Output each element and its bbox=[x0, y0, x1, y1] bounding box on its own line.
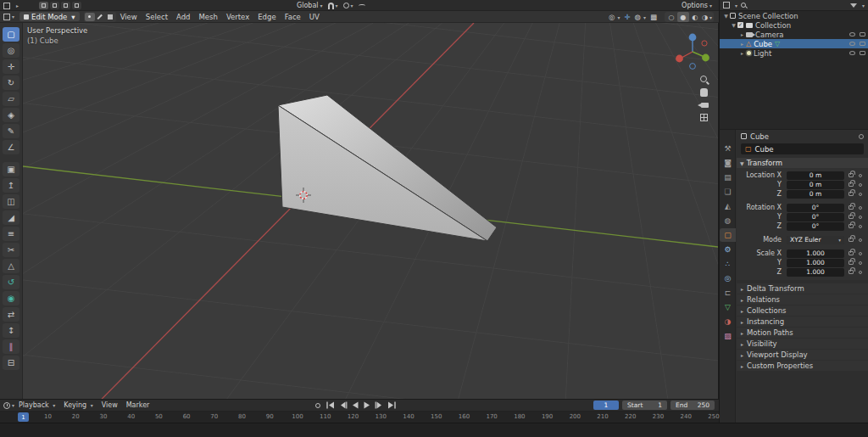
menu-view[interactable]: View bbox=[116, 13, 142, 21]
animate-dot-icon[interactable] bbox=[859, 206, 862, 210]
editor-type-icon[interactable] bbox=[3, 14, 10, 20]
animate-dot-icon[interactable] bbox=[859, 216, 862, 219]
auto-key-button[interactable] bbox=[315, 403, 320, 408]
hide-viewport-icon[interactable] bbox=[849, 42, 855, 46]
tool-extrude-region[interactable]: ↥ bbox=[3, 178, 19, 193]
section-visibility[interactable]: ▸Visibility bbox=[737, 339, 868, 349]
section-motion-paths[interactable]: ▸Motion Paths bbox=[737, 328, 868, 338]
tab-view-layer[interactable]: ❏ bbox=[720, 185, 736, 199]
disable-render-icon[interactable] bbox=[860, 51, 865, 55]
animate-dot-icon[interactable] bbox=[859, 271, 862, 274]
lock-icon[interactable] bbox=[849, 224, 854, 228]
select-mode-set-button[interactable] bbox=[39, 2, 48, 9]
section-custom-properties[interactable]: ▸Custom Properties bbox=[737, 361, 868, 371]
tab-output[interactable]: ▤ bbox=[720, 171, 736, 184]
tab-tool[interactable]: ⚒ bbox=[720, 142, 736, 155]
tool-annotate[interactable]: ✎ bbox=[3, 124, 19, 138]
zoom-icon[interactable] bbox=[700, 76, 707, 82]
tab-material[interactable]: ◑ bbox=[720, 315, 736, 328]
tool-transform[interactable]: ◈ bbox=[3, 108, 19, 122]
tab-render[interactable]: ◙ bbox=[720, 156, 736, 170]
tab-object-data[interactable]: ▽ bbox=[720, 300, 736, 314]
select-mode-subtract-button[interactable] bbox=[61, 2, 70, 9]
shading-material-button[interactable]: ◐ bbox=[689, 12, 701, 22]
pan-hand-icon[interactable] bbox=[700, 88, 708, 97]
tab-world[interactable]: ◍ bbox=[720, 214, 736, 227]
outliner-row-collection[interactable]: ▼ Collection bbox=[720, 20, 868, 30]
select-mode-extend-button[interactable] bbox=[50, 2, 59, 9]
section-viewport-display[interactable]: ▸Viewport Display bbox=[737, 350, 868, 360]
disclosure-triangle-icon[interactable]: ▸ bbox=[738, 41, 746, 47]
value-field[interactable]: 0 m bbox=[787, 181, 844, 189]
value-field[interactable]: 1.000 bbox=[787, 249, 844, 258]
tab-modifiers[interactable]: ⚙ bbox=[720, 243, 736, 256]
collection-checkbox[interactable] bbox=[737, 22, 743, 28]
disclosure-triangle-icon[interactable]: ▸ bbox=[738, 31, 746, 37]
tool-measure[interactable]: ∠ bbox=[3, 140, 19, 154]
gizmo-y-axis[interactable] bbox=[702, 54, 709, 62]
filter-caret-icon[interactable]: ▾ bbox=[862, 3, 865, 8]
start-frame-field[interactable]: Start 1 bbox=[622, 401, 667, 410]
hide-viewport-icon[interactable] bbox=[849, 32, 855, 36]
tool-rip-region[interactable]: ⊟ bbox=[3, 356, 19, 370]
animate-dot-icon[interactable] bbox=[859, 193, 862, 196]
pin-icon[interactable] bbox=[859, 134, 864, 139]
menu-marker[interactable]: Marker bbox=[122, 401, 154, 409]
wedge-mesh[interactable] bbox=[278, 95, 497, 241]
overlays-dropdown[interactable]: ◍▾ bbox=[635, 13, 646, 21]
editor-type-icon[interactable] bbox=[3, 3, 10, 9]
filter-icon[interactable] bbox=[850, 3, 857, 8]
value-field[interactable]: 1.000 bbox=[787, 259, 844, 267]
shading-solid-button[interactable]: ● bbox=[677, 12, 689, 22]
navigation-gizmo[interactable] bbox=[674, 31, 711, 72]
lock-icon[interactable] bbox=[849, 251, 854, 255]
proportional-edit-dropdown[interactable]: ▾ bbox=[343, 3, 353, 8]
vertex-select-button[interactable] bbox=[85, 13, 95, 21]
section-instancing[interactable]: ▸Instancing bbox=[737, 317, 868, 327]
outliner-row-scene-collection[interactable]: ▼ Scene Collection bbox=[720, 11, 868, 20]
disable-render-icon[interactable] bbox=[860, 32, 865, 36]
jump-to-end-button[interactable] bbox=[387, 401, 397, 409]
animate-dot-icon[interactable] bbox=[859, 261, 862, 265]
lock-icon[interactable] bbox=[849, 173, 854, 177]
tool-inset-faces[interactable]: ◫ bbox=[3, 194, 19, 209]
current-frame-field[interactable]: 1 bbox=[593, 401, 619, 410]
menu-add[interactable]: Add bbox=[172, 13, 194, 21]
edge-select-button[interactable] bbox=[95, 13, 105, 21]
tool-smooth[interactable]: ◉ bbox=[3, 291, 19, 305]
tool-poly-build[interactable]: △ bbox=[3, 259, 19, 273]
tab-scene[interactable]: ◭ bbox=[720, 199, 736, 213]
menu-keying[interactable]: Keying ▾ bbox=[59, 401, 97, 409]
tab-particles[interactable]: ∴ bbox=[720, 257, 736, 271]
snap-dropdown[interactable]: ▾ bbox=[328, 3, 338, 9]
camera-view-icon[interactable] bbox=[701, 103, 709, 108]
tool-shear[interactable]: ∥ bbox=[3, 339, 19, 354]
shading-wireframe-button[interactable]: ○ bbox=[665, 12, 677, 22]
rotation-mode-dropdown[interactable]: XYZ Euler▾ bbox=[787, 236, 844, 244]
tab-object[interactable]: ▢ bbox=[720, 228, 736, 242]
disclosure-triangle-icon[interactable]: ▸ bbox=[738, 50, 746, 56]
tool-add-cube[interactable]: ▣ bbox=[3, 162, 19, 176]
3d-viewport[interactable]: User Perspective (1) Cube bbox=[23, 23, 718, 399]
object-name-field[interactable]: ▢ Cube bbox=[741, 143, 864, 154]
tool-edge-slide[interactable]: ⇄ bbox=[3, 307, 19, 322]
lock-icon[interactable] bbox=[849, 215, 854, 219]
transform-orientation-dropdown[interactable]: Global▾ bbox=[297, 2, 323, 9]
jump-to-start-button[interactable] bbox=[326, 401, 335, 409]
lock-icon[interactable] bbox=[849, 261, 854, 265]
frame-ruler[interactable]: 1 10203040506070809010011012013014015016… bbox=[0, 412, 719, 423]
mesh-front-face[interactable] bbox=[278, 105, 487, 241]
tool-cursor[interactable]: ◎ bbox=[3, 43, 19, 58]
xray-toggle-button[interactable]: ▩ bbox=[650, 13, 657, 21]
section-collections[interactable]: ▸Collections bbox=[737, 305, 868, 316]
section-delta-transform[interactable]: ▸Delta Transform bbox=[737, 283, 868, 294]
lock-icon[interactable] bbox=[849, 192, 854, 196]
face-select-button[interactable] bbox=[105, 13, 115, 21]
transform-panel-header[interactable]: ▼ Transform bbox=[737, 158, 868, 168]
animate-dot-icon[interactable] bbox=[859, 238, 862, 242]
options-dropdown[interactable]: Options▾ bbox=[682, 0, 712, 11]
tool-spin[interactable]: ↺ bbox=[3, 275, 19, 289]
tab-texture[interactable]: ▨ bbox=[720, 329, 736, 343]
menu-select[interactable]: Select bbox=[142, 13, 172, 21]
value-field[interactable]: 0 m bbox=[787, 190, 844, 199]
